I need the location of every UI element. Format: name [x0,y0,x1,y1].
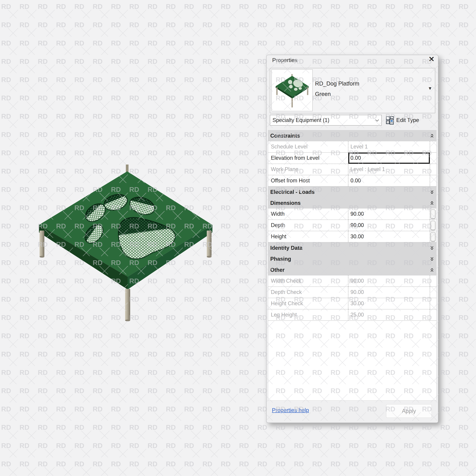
property-label: Width Check [268,275,348,287]
property-value-width[interactable]: 90.00 [348,208,430,220]
chevron-double-down-icon [430,245,434,251]
property-mini-cell [430,275,436,287]
section-header-dimensions[interactable]: Dimensions [268,198,436,208]
property-mini-cell [430,164,436,175]
property-row-work-plane: Work PlaneLevel : Level 1 [268,164,436,175]
property-label: Work Plane [268,164,348,175]
property-value-leg-height[interactable]: 25.00 [348,309,430,320]
revit-canvas: Properties ✕ [0,0,476,476]
section-header-constraints[interactable]: Constraints [268,130,436,141]
property-row-width: Width90.00 [268,208,436,220]
edit-type-label: Edit Type [396,117,419,123]
property-mini-cell [430,208,436,220]
category-combobox-value: Specialty Equipment (1) [272,117,329,123]
property-label: Height [268,231,348,242]
property-row-leg-height: Leg Height25.00 [268,309,436,321]
section-label: Phasing [270,256,291,262]
property-value-schedule-level[interactable]: Level 1 [348,141,430,152]
associate-parameter-button[interactable] [431,232,435,241]
apply-button[interactable]: Apply [386,404,432,418]
chevron-down-icon [375,119,379,122]
associate-parameter-button[interactable] [431,221,435,230]
chevron-double-up-icon [430,133,434,138]
property-label: Width [268,208,348,220]
property-value-height-check[interactable]: 30.00 [348,298,430,309]
category-combobox[interactable]: Specialty Equipment (1) [270,115,382,126]
panel-title: Properties [272,57,297,63]
associate-parameter-button[interactable] [431,209,435,219]
property-value-elevation-from-level[interactable]: 0.00 [348,153,430,164]
edit-type-icon [386,116,394,125]
property-mini-cell [430,309,436,320]
type-name-line1: RD_Dog Platform [315,78,410,89]
property-label: Depth Check [268,287,348,298]
close-icon[interactable]: ✕ [428,56,435,63]
property-grid: ConstraintsSchedule LevelLevel 1Elevatio… [268,130,436,400]
properties-help-link[interactable]: Properties help [272,407,309,413]
section-header-phasing[interactable]: Phasing [268,254,436,264]
property-label: Height Check [268,298,348,309]
property-value-depth[interactable]: 90.00 [348,220,430,231]
type-dropdown-icon[interactable]: ▼ [428,86,432,91]
platform-back-leg [126,165,129,172]
section-label: Electrical - Loads [270,189,315,195]
property-row-elevation-from-level: Elevation from Level0.00 [268,153,436,164]
property-row-offset-from-host: Offset from Host0.00 [268,175,436,187]
property-mini-cell [430,220,436,231]
property-label: Elevation from Level [268,153,348,164]
type-name: RD_Dog Platform Green [315,78,410,99]
type-selector[interactable]: RD_Dog Platform Green ▼ [270,68,435,113]
chevron-double-up-icon [430,201,434,205]
property-mini-cell [430,298,436,309]
property-label: Offset from Host [268,175,348,186]
chevron-double-down-icon [430,189,434,195]
property-value-work-plane[interactable]: Level : Level 1 [348,164,430,175]
property-row-height: Height30.00 [268,231,436,242]
section-header-identity-data[interactable]: Identity Data [268,242,436,254]
property-mini-cell [430,175,436,186]
property-mini-cell [430,153,436,164]
edit-type-button[interactable]: Edit Type [386,115,436,126]
property-mini-cell [430,287,436,298]
property-row-width-check: Width Check90.00 [268,275,436,287]
section-header-other[interactable]: Other [268,264,436,275]
properties-panel: Properties ✕ [266,55,438,423]
property-row-depth-check: Depth Check90.00 [268,287,436,298]
property-label: Leg Height [268,309,348,320]
type-name-line2: Green [315,89,410,99]
property-row-schedule-level: Schedule LevelLevel 1 [268,141,436,153]
chevron-double-down-icon [430,256,434,261]
property-value-height[interactable]: 30.00 [348,231,430,242]
property-value-width-check[interactable]: 90.00 [348,275,430,287]
property-mini-cell [430,141,436,152]
property-row-height-check: Height Check30.00 [268,298,436,309]
property-value-depth-check[interactable]: 90.00 [348,287,430,298]
chevron-double-up-icon [430,268,434,272]
section-label: Dimensions [270,200,301,206]
property-row-depth: Depth90.00 [268,220,436,231]
panel-footer: Properties help Apply [267,400,438,423]
property-label: Schedule Level [268,141,348,152]
section-label: Other [270,267,285,273]
property-mini-cell [430,231,436,242]
section-label: Identity Data [270,245,302,251]
type-preview-thumbnail[interactable] [272,69,313,111]
section-header-electrical-loads[interactable]: Electrical - Loads [268,187,436,198]
property-label: Depth [268,220,348,231]
section-label: Constraints [270,133,300,139]
property-value-offset-from-host[interactable]: 0.00 [348,175,430,186]
type-thumbnail-graphic [272,70,312,111]
